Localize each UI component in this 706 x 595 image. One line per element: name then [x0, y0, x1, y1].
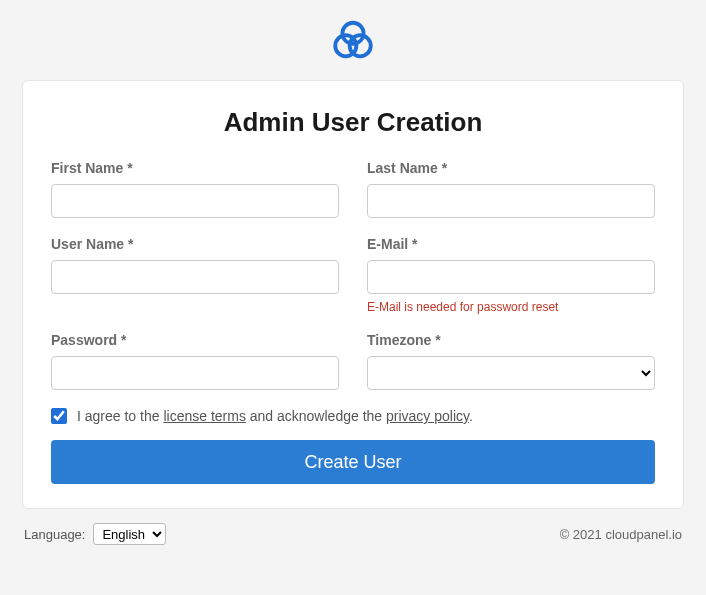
form-card: Admin User Creation First Name * Last Na… — [22, 80, 684, 509]
first-name-input[interactable] — [51, 184, 339, 218]
last-name-input[interactable] — [367, 184, 655, 218]
copyright-text: © 2021 cloudpanel.io — [560, 527, 682, 542]
first-name-label: First Name * — [51, 160, 339, 176]
password-input[interactable] — [51, 356, 339, 390]
last-name-label: Last Name * — [367, 160, 655, 176]
email-input[interactable] — [367, 260, 655, 294]
footer: Language: English © 2021 cloudpanel.io — [0, 509, 706, 545]
agree-checkbox[interactable] — [51, 408, 67, 424]
language-selector-wrap: Language: English — [24, 523, 166, 545]
privacy-policy-link[interactable]: privacy policy — [386, 408, 469, 424]
email-hint: E-Mail is needed for password reset — [367, 300, 655, 314]
logo-icon — [329, 16, 377, 64]
language-label: Language: — [24, 527, 85, 542]
agree-text: I agree to the license terms and acknowl… — [77, 408, 473, 424]
page-title: Admin User Creation — [51, 107, 655, 138]
agree-row: I agree to the license terms and acknowl… — [51, 408, 655, 424]
timezone-select[interactable] — [367, 356, 655, 390]
password-label: Password * — [51, 332, 339, 348]
email-label: E-Mail * — [367, 236, 655, 252]
user-name-label: User Name * — [51, 236, 339, 252]
language-select[interactable]: English — [93, 523, 166, 545]
user-name-input[interactable] — [51, 260, 339, 294]
create-user-button[interactable]: Create User — [51, 440, 655, 484]
timezone-label: Timezone * — [367, 332, 655, 348]
logo-wrap — [0, 0, 706, 80]
license-terms-link[interactable]: license terms — [163, 408, 245, 424]
